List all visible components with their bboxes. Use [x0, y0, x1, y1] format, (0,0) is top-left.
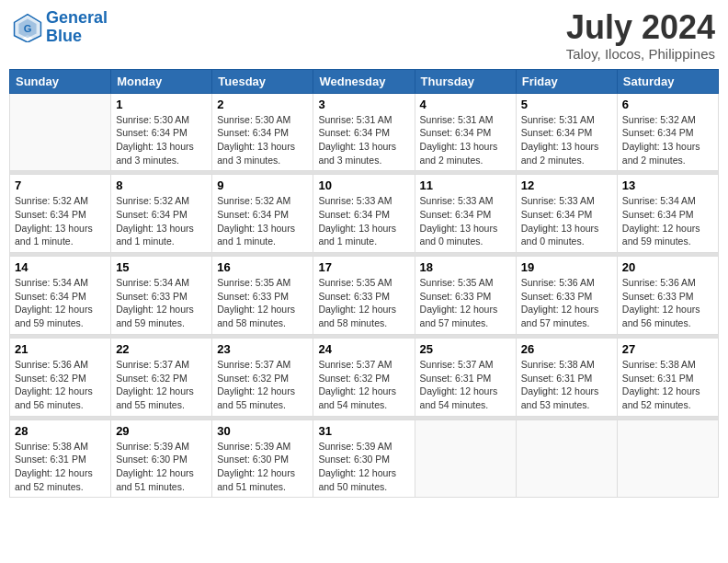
day-number: 5 [521, 98, 612, 111]
sunrise-text: Sunrise: 5:36 AM [622, 277, 696, 288]
daylight-text: Daylight: 13 hours and 2 minutes. [622, 141, 700, 166]
table-cell: 15 Sunrise: 5:34 AM Sunset: 6:33 PM Dayl… [111, 257, 212, 335]
sunset-text: Sunset: 6:32 PM [116, 373, 188, 384]
day-number: 11 [420, 178, 511, 192]
day-info: Sunrise: 5:33 AM Sunset: 6:34 PM Dayligh… [521, 194, 612, 248]
daylight-text: Daylight: 13 hours and 3 minutes. [116, 141, 194, 166]
day-info: Sunrise: 5:38 AM Sunset: 6:31 PM Dayligh… [15, 440, 106, 494]
table-cell: 22 Sunrise: 5:37 AM Sunset: 6:32 PM Dayl… [111, 338, 212, 416]
day-number: 28 [15, 424, 106, 438]
month-year: July 2024 [566, 9, 715, 46]
sunrise-text: Sunrise: 5:32 AM [217, 195, 290, 206]
week-row-3: 14 Sunrise: 5:34 AM Sunset: 6:34 PM Dayl… [10, 257, 719, 335]
table-cell: 20 Sunrise: 5:36 AM Sunset: 6:33 PM Dayl… [617, 257, 718, 335]
table-cell: 4 Sunrise: 5:31 AM Sunset: 6:34 PM Dayli… [415, 93, 516, 171]
table-cell [617, 419, 718, 498]
sunrise-text: Sunrise: 5:34 AM [622, 195, 696, 206]
daylight-text: Daylight: 12 hours and 52 minutes. [622, 385, 700, 410]
daylight-text: Daylight: 12 hours and 56 minutes. [15, 385, 93, 410]
day-number: 9 [217, 178, 308, 192]
col-wednesday: Wednesday [313, 69, 415, 93]
table-cell: 29 Sunrise: 5:39 AM Sunset: 6:30 PM Dayl… [111, 419, 212, 498]
day-number: 2 [217, 98, 308, 111]
week-row-2: 7 Sunrise: 5:32 AM Sunset: 6:34 PM Dayli… [10, 175, 719, 253]
week-row-1: 1 Sunrise: 5:30 AM Sunset: 6:34 PM Dayli… [10, 93, 719, 171]
day-info: Sunrise: 5:34 AM Sunset: 6:33 PM Dayligh… [116, 276, 207, 330]
sunset-text: Sunset: 6:33 PM [116, 291, 188, 302]
daylight-text: Daylight: 13 hours and 3 minutes. [217, 141, 295, 166]
day-number: 7 [15, 178, 106, 192]
col-saturday: Saturday [617, 69, 718, 93]
daylight-text: Daylight: 13 hours and 2 minutes. [521, 141, 599, 166]
sunset-text: Sunset: 6:33 PM [622, 291, 694, 302]
day-number: 13 [622, 178, 713, 192]
sunrise-text: Sunrise: 5:37 AM [116, 359, 189, 370]
sunrise-text: Sunrise: 5:35 AM [217, 277, 290, 288]
day-number: 6 [622, 98, 713, 111]
sunset-text: Sunset: 6:34 PM [116, 209, 188, 220]
day-number: 14 [15, 260, 106, 274]
day-number: 8 [116, 178, 207, 192]
day-info: Sunrise: 5:30 AM Sunset: 6:34 PM Dayligh… [116, 113, 207, 167]
sunrise-text: Sunrise: 5:33 AM [420, 195, 494, 206]
daylight-text: Daylight: 12 hours and 50 minutes. [318, 467, 396, 492]
table-cell: 3 Sunrise: 5:31 AM Sunset: 6:34 PM Dayli… [313, 93, 415, 171]
day-number: 15 [116, 260, 207, 274]
sunrise-text: Sunrise: 5:31 AM [318, 114, 392, 125]
table-cell: 23 Sunrise: 5:37 AM Sunset: 6:32 PM Dayl… [212, 338, 313, 416]
sunset-text: Sunset: 6:30 PM [116, 454, 188, 465]
sunset-text: Sunset: 6:34 PM [15, 291, 86, 302]
sunset-text: Sunset: 6:34 PM [15, 209, 86, 220]
sunrise-text: Sunrise: 5:34 AM [15, 277, 88, 288]
table-cell: 24 Sunrise: 5:37 AM Sunset: 6:32 PM Dayl… [313, 338, 415, 416]
sunrise-text: Sunrise: 5:37 AM [217, 359, 290, 370]
day-info: Sunrise: 5:33 AM Sunset: 6:34 PM Dayligh… [420, 194, 511, 248]
table-cell: 6 Sunrise: 5:32 AM Sunset: 6:34 PM Dayli… [617, 93, 718, 171]
day-number: 4 [420, 98, 511, 111]
table-cell: 14 Sunrise: 5:34 AM Sunset: 6:34 PM Dayl… [10, 257, 111, 335]
sunset-text: Sunset: 6:34 PM [116, 127, 188, 138]
daylight-text: Daylight: 12 hours and 58 minutes. [217, 304, 295, 328]
day-info: Sunrise: 5:39 AM Sunset: 6:30 PM Dayligh… [116, 440, 207, 494]
daylight-text: Daylight: 13 hours and 3 minutes. [318, 141, 396, 166]
daylight-text: Daylight: 12 hours and 54 minutes. [318, 385, 396, 410]
daylight-text: Daylight: 12 hours and 57 minutes. [420, 304, 498, 328]
daylight-text: Daylight: 12 hours and 55 minutes. [217, 385, 295, 410]
sunrise-text: Sunrise: 5:39 AM [116, 441, 189, 452]
daylight-text: Daylight: 12 hours and 59 minutes. [116, 304, 194, 328]
sunset-text: Sunset: 6:34 PM [420, 127, 492, 138]
sunset-text: Sunset: 6:34 PM [217, 127, 289, 138]
table-cell: 25 Sunrise: 5:37 AM Sunset: 6:31 PM Dayl… [415, 338, 516, 416]
sunset-text: Sunset: 6:31 PM [15, 454, 86, 465]
daylight-text: Daylight: 13 hours and 1 minute. [217, 223, 295, 247]
logo: G General Blue [13, 9, 108, 46]
sunrise-text: Sunrise: 5:36 AM [521, 277, 595, 288]
day-number: 22 [116, 342, 207, 356]
table-cell: 1 Sunrise: 5:30 AM Sunset: 6:34 PM Dayli… [111, 93, 212, 171]
table-cell: 9 Sunrise: 5:32 AM Sunset: 6:34 PM Dayli… [212, 175, 313, 253]
day-number: 29 [116, 424, 207, 438]
sunrise-text: Sunrise: 5:31 AM [420, 114, 494, 125]
day-info: Sunrise: 5:33 AM Sunset: 6:34 PM Dayligh… [318, 194, 409, 248]
day-info: Sunrise: 5:36 AM Sunset: 6:33 PM Dayligh… [622, 276, 713, 330]
svg-text:G: G [24, 23, 32, 34]
sunrise-text: Sunrise: 5:32 AM [15, 195, 88, 206]
table-cell [415, 419, 516, 498]
day-number: 26 [521, 342, 612, 356]
table-cell: 30 Sunrise: 5:39 AM Sunset: 6:30 PM Dayl… [212, 419, 313, 498]
day-info: Sunrise: 5:35 AM Sunset: 6:33 PM Dayligh… [318, 276, 409, 330]
sunset-text: Sunset: 6:31 PM [420, 373, 492, 384]
day-number: 27 [622, 342, 713, 356]
daylight-text: Daylight: 13 hours and 1 minute. [116, 223, 194, 247]
day-number: 1 [116, 98, 207, 111]
daylight-text: Daylight: 12 hours and 51 minutes. [217, 467, 295, 492]
day-info: Sunrise: 5:35 AM Sunset: 6:33 PM Dayligh… [420, 276, 511, 330]
day-info: Sunrise: 5:38 AM Sunset: 6:31 PM Dayligh… [521, 358, 612, 412]
table-cell [516, 419, 617, 498]
daylight-text: Daylight: 13 hours and 0 minutes. [521, 223, 599, 247]
sunrise-text: Sunrise: 5:38 AM [521, 359, 595, 370]
table-cell: 12 Sunrise: 5:33 AM Sunset: 6:34 PM Dayl… [516, 175, 617, 253]
table-cell: 11 Sunrise: 5:33 AM Sunset: 6:34 PM Dayl… [415, 175, 516, 253]
day-info: Sunrise: 5:32 AM Sunset: 6:34 PM Dayligh… [116, 194, 207, 248]
sunrise-text: Sunrise: 5:34 AM [116, 277, 189, 288]
